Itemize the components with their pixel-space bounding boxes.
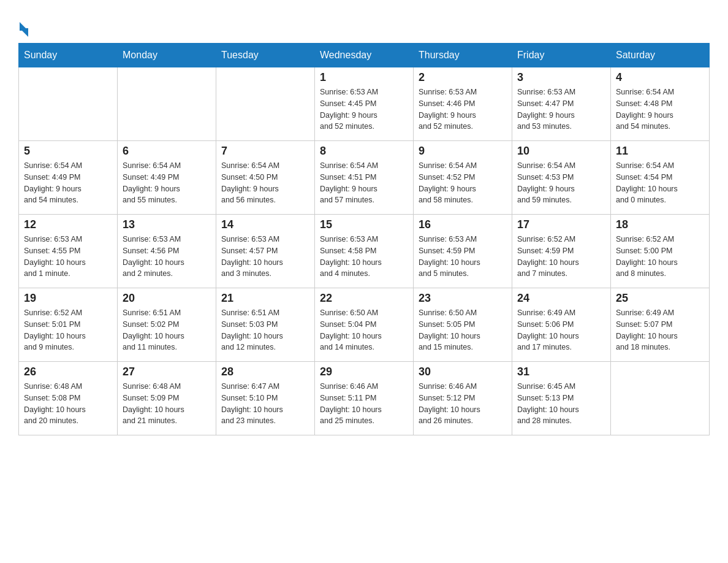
day-info: Sunrise: 6:53 AM Sunset: 4:57 PM Dayligh…	[221, 234, 309, 280]
day-number: 10	[517, 145, 605, 158]
day-info: Sunrise: 6:46 AM Sunset: 5:11 PM Dayligh…	[320, 381, 408, 427]
calendar-week-5: 26Sunrise: 6:48 AM Sunset: 5:08 PM Dayli…	[19, 362, 710, 435]
calendar-cell: 5Sunrise: 6:54 AM Sunset: 4:49 PM Daylig…	[19, 141, 118, 215]
day-info: Sunrise: 6:53 AM Sunset: 4:55 PM Dayligh…	[24, 234, 112, 280]
calendar-cell: 17Sunrise: 6:52 AM Sunset: 4:59 PM Dayli…	[512, 215, 611, 288]
day-info: Sunrise: 6:53 AM Sunset: 4:59 PM Dayligh…	[419, 234, 507, 280]
calendar-cell: 16Sunrise: 6:53 AM Sunset: 4:59 PM Dayli…	[414, 215, 512, 288]
day-number: 24	[517, 292, 605, 305]
calendar-week-1: 1Sunrise: 6:53 AM Sunset: 4:45 PM Daylig…	[19, 67, 710, 141]
day-info: Sunrise: 6:54 AM Sunset: 4:54 PM Dayligh…	[616, 160, 704, 206]
day-number: 17	[517, 218, 605, 231]
day-number: 11	[616, 145, 704, 158]
day-number: 3	[517, 71, 605, 84]
day-info: Sunrise: 6:49 AM Sunset: 5:07 PM Dayligh…	[616, 307, 704, 353]
day-info: Sunrise: 6:48 AM Sunset: 5:09 PM Dayligh…	[123, 381, 211, 427]
calendar-cell	[118, 67, 216, 141]
day-info: Sunrise: 6:47 AM Sunset: 5:10 PM Dayligh…	[221, 381, 309, 427]
day-number: 29	[320, 366, 408, 378]
calendar-cell: 23Sunrise: 6:50 AM Sunset: 5:05 PM Dayli…	[414, 288, 512, 362]
weekday-header-tuesday: Tuesday	[216, 44, 315, 67]
calendar-cell: 14Sunrise: 6:53 AM Sunset: 4:57 PM Dayli…	[216, 215, 315, 288]
day-number: 1	[320, 71, 408, 84]
calendar-cell: 9Sunrise: 6:54 AM Sunset: 4:52 PM Daylig…	[414, 141, 512, 215]
day-info: Sunrise: 6:52 AM Sunset: 4:59 PM Dayligh…	[517, 234, 605, 280]
calendar-cell: 8Sunrise: 6:54 AM Sunset: 4:51 PM Daylig…	[315, 141, 414, 215]
day-info: Sunrise: 6:49 AM Sunset: 5:06 PM Dayligh…	[517, 307, 605, 353]
calendar-cell: 29Sunrise: 6:46 AM Sunset: 5:11 PM Dayli…	[315, 362, 414, 435]
day-info: Sunrise: 6:54 AM Sunset: 4:51 PM Dayligh…	[320, 160, 408, 206]
calendar-cell: 13Sunrise: 6:53 AM Sunset: 4:56 PM Dayli…	[118, 215, 216, 288]
day-number: 20	[123, 292, 211, 305]
calendar-week-2: 5Sunrise: 6:54 AM Sunset: 4:49 PM Daylig…	[19, 141, 710, 215]
day-info: Sunrise: 6:53 AM Sunset: 4:56 PM Dayligh…	[123, 234, 211, 280]
day-info: Sunrise: 6:52 AM Sunset: 5:00 PM Dayligh…	[616, 234, 704, 280]
page-header	[18, 12, 710, 37]
day-number: 7	[221, 145, 309, 158]
calendar-cell: 15Sunrise: 6:53 AM Sunset: 4:58 PM Dayli…	[315, 215, 414, 288]
day-number: 14	[221, 218, 309, 231]
calendar-cell: 7Sunrise: 6:54 AM Sunset: 4:50 PM Daylig…	[216, 141, 315, 215]
day-number: 18	[616, 218, 704, 231]
day-info: Sunrise: 6:53 AM Sunset: 4:45 PM Dayligh…	[320, 86, 408, 132]
calendar-cell: 31Sunrise: 6:45 AM Sunset: 5:13 PM Dayli…	[512, 362, 611, 435]
day-info: Sunrise: 6:54 AM Sunset: 4:53 PM Dayligh…	[517, 160, 605, 206]
calendar-cell	[611, 362, 710, 435]
day-number: 26	[24, 366, 112, 378]
day-number: 15	[320, 218, 408, 231]
day-number: 19	[24, 292, 112, 305]
calendar-cell: 24Sunrise: 6:49 AM Sunset: 5:06 PM Dayli…	[512, 288, 611, 362]
weekday-header-sunday: Sunday	[19, 44, 118, 67]
day-info: Sunrise: 6:52 AM Sunset: 5:01 PM Dayligh…	[24, 307, 112, 353]
calendar-cell: 10Sunrise: 6:54 AM Sunset: 4:53 PM Dayli…	[512, 141, 611, 215]
day-number: 13	[123, 218, 211, 231]
day-info: Sunrise: 6:54 AM Sunset: 4:48 PM Dayligh…	[616, 86, 704, 132]
weekday-header-row: SundayMondayTuesdayWednesdayThursdayFrid…	[19, 44, 710, 67]
day-number: 4	[616, 71, 704, 84]
day-number: 9	[419, 145, 507, 158]
calendar-cell: 22Sunrise: 6:50 AM Sunset: 5:04 PM Dayli…	[315, 288, 414, 362]
day-number: 27	[123, 366, 211, 378]
day-number: 16	[419, 218, 507, 231]
calendar-week-3: 12Sunrise: 6:53 AM Sunset: 4:55 PM Dayli…	[19, 215, 710, 288]
calendar-cell: 18Sunrise: 6:52 AM Sunset: 5:00 PM Dayli…	[611, 215, 710, 288]
calendar-week-4: 19Sunrise: 6:52 AM Sunset: 5:01 PM Dayli…	[19, 288, 710, 362]
calendar-table: SundayMondayTuesdayWednesdayThursdayFrid…	[18, 43, 710, 435]
day-number: 28	[221, 366, 309, 378]
day-number: 22	[320, 292, 408, 305]
calendar-cell: 28Sunrise: 6:47 AM Sunset: 5:10 PM Dayli…	[216, 362, 315, 435]
day-info: Sunrise: 6:50 AM Sunset: 5:04 PM Dayligh…	[320, 307, 408, 353]
calendar-cell: 6Sunrise: 6:54 AM Sunset: 4:49 PM Daylig…	[118, 141, 216, 215]
day-number: 6	[123, 145, 211, 158]
day-number: 5	[24, 145, 112, 158]
calendar-cell: 4Sunrise: 6:54 AM Sunset: 4:48 PM Daylig…	[611, 67, 710, 141]
day-info: Sunrise: 6:54 AM Sunset: 4:49 PM Dayligh…	[24, 160, 112, 206]
day-number: 23	[419, 292, 507, 305]
day-info: Sunrise: 6:51 AM Sunset: 5:02 PM Dayligh…	[123, 307, 211, 353]
day-info: Sunrise: 6:54 AM Sunset: 4:49 PM Dayligh…	[123, 160, 211, 206]
weekday-header-monday: Monday	[118, 44, 216, 67]
day-number: 25	[616, 292, 704, 305]
day-number: 12	[24, 218, 112, 231]
day-info: Sunrise: 6:53 AM Sunset: 4:47 PM Dayligh…	[517, 86, 605, 132]
day-info: Sunrise: 6:54 AM Sunset: 4:50 PM Dayligh…	[221, 160, 309, 206]
calendar-cell: 20Sunrise: 6:51 AM Sunset: 5:02 PM Dayli…	[118, 288, 216, 362]
day-info: Sunrise: 6:54 AM Sunset: 4:52 PM Dayligh…	[419, 160, 507, 206]
day-info: Sunrise: 6:53 AM Sunset: 4:58 PM Dayligh…	[320, 234, 408, 280]
calendar-cell: 25Sunrise: 6:49 AM Sunset: 5:07 PM Dayli…	[611, 288, 710, 362]
day-info: Sunrise: 6:45 AM Sunset: 5:13 PM Dayligh…	[517, 381, 605, 427]
calendar-cell	[19, 67, 118, 141]
calendar-cell: 1Sunrise: 6:53 AM Sunset: 4:45 PM Daylig…	[315, 67, 414, 141]
calendar-cell: 12Sunrise: 6:53 AM Sunset: 4:55 PM Dayli…	[19, 215, 118, 288]
weekday-header-saturday: Saturday	[611, 44, 710, 67]
calendar-cell: 3Sunrise: 6:53 AM Sunset: 4:47 PM Daylig…	[512, 67, 611, 141]
day-number: 8	[320, 145, 408, 158]
day-number: 31	[517, 366, 605, 378]
weekday-header-wednesday: Wednesday	[315, 44, 414, 67]
day-number: 30	[419, 366, 507, 378]
calendar-cell: 27Sunrise: 6:48 AM Sunset: 5:09 PM Dayli…	[118, 362, 216, 435]
calendar-cell: 2Sunrise: 6:53 AM Sunset: 4:46 PM Daylig…	[414, 67, 512, 141]
calendar-cell: 21Sunrise: 6:51 AM Sunset: 5:03 PM Dayli…	[216, 288, 315, 362]
day-info: Sunrise: 6:50 AM Sunset: 5:05 PM Dayligh…	[419, 307, 507, 353]
weekday-header-friday: Friday	[512, 44, 611, 67]
